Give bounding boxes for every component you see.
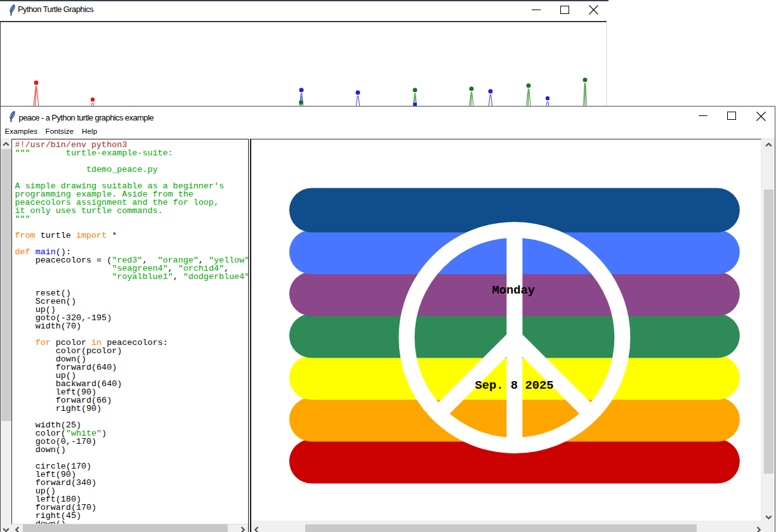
svg-text:Sep. 8 2025: Sep. 8 2025 (475, 379, 553, 393)
svg-text:Monday: Monday (492, 283, 535, 297)
